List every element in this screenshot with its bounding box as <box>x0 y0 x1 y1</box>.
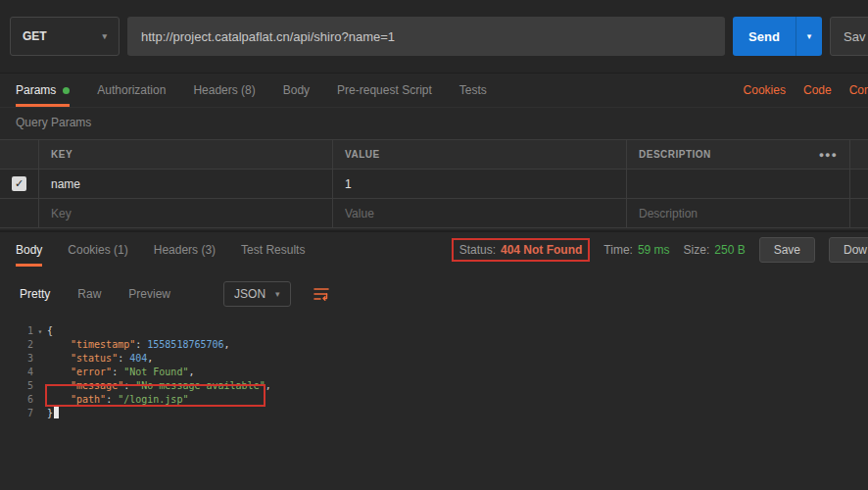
json-value: "Not Found" <box>123 367 188 377</box>
header-extra-cell <box>850 140 868 169</box>
chevron-down-icon: ▾ <box>275 289 280 299</box>
more-options-icon[interactable]: ●●● <box>819 150 838 160</box>
json-comma: , <box>224 339 230 350</box>
tab-prerequest-script[interactable]: Pre-request Script <box>337 74 432 107</box>
json-value: "No message available" <box>135 380 265 391</box>
placeholder-checkbox-cell <box>0 199 39 227</box>
param-key-cell[interactable]: name <box>39 170 333 198</box>
code-text: "path": "/login.jsp" <box>47 393 188 407</box>
code-line-7: 7 } <box>0 407 868 420</box>
code-text: } <box>47 407 59 420</box>
tab-authorization-label: Authorization <box>97 83 166 97</box>
response-meta: Status: 404 Not Found Time: 59 ms Size: … <box>452 232 868 267</box>
column-value: VALUE <box>333 140 627 169</box>
tab-prerequest-label: Pre-request Script <box>337 83 432 97</box>
new-value-input[interactable] <box>345 207 614 220</box>
view-raw[interactable]: Raw <box>77 287 101 301</box>
code-text: "error": "Not Found", <box>47 366 194 379</box>
view-pretty[interactable]: Pretty <box>20 287 50 301</box>
line-number: 3 <box>0 352 33 366</box>
download-button[interactable]: Dow <box>829 237 868 263</box>
new-key-cell <box>39 199 333 227</box>
line-number: 7 <box>0 407 33 420</box>
format-dropdown[interactable]: JSON ▾ <box>223 281 291 307</box>
fold-caret-icon[interactable]: ▾ <box>38 327 43 336</box>
json-colon: : <box>112 367 123 377</box>
save-response-button[interactable]: Save <box>759 237 815 263</box>
json-comma: , <box>188 367 194 377</box>
status-indicator: Status: 404 Not Found <box>452 238 591 262</box>
line-number: 1 <box>0 324 33 338</box>
param-description-cell[interactable] <box>627 170 850 198</box>
wrap-text-icon[interactable] <box>313 285 330 303</box>
row-checkbox[interactable]: ✓ <box>12 176 26 191</box>
param-value-cell[interactable]: 1 <box>333 170 627 198</box>
json-value: 1558518765706 <box>147 339 223 350</box>
column-description: DESCRIPTION ●●● <box>627 140 850 169</box>
line-number: 4 <box>0 366 33 379</box>
request-tabs: Params Authorization Headers (8) Body Pr… <box>0 74 868 108</box>
code-link[interactable]: Code <box>803 83 832 97</box>
code-line-6: 6 "path": "/login.jsp" <box>0 393 868 407</box>
size-indicator: Size: 250 B <box>684 243 746 257</box>
tab-headers-label: Headers (8) <box>193 83 255 97</box>
postman-window: GET ▾ Send ▾ Sav Params Authorization He… <box>0 0 868 490</box>
send-button-group: Send ▾ <box>733 17 822 56</box>
column-key: KEY <box>39 140 333 169</box>
response-body-editor[interactable]: 1 ▾ { 2 "timestamp": 1558518765706, 3 "s… <box>0 318 868 490</box>
query-params-title: Query Params <box>16 116 91 129</box>
placeholder-extra-cell <box>850 199 868 227</box>
response-tab-body[interactable]: Body <box>16 232 42 267</box>
tab-tests[interactable]: Tests <box>459 74 487 107</box>
json-key: "error" <box>71 367 112 377</box>
line-number: 2 <box>0 338 33 352</box>
open-brace: { <box>47 325 53 336</box>
json-colon: : <box>123 380 135 391</box>
json-comma: , <box>147 353 153 364</box>
time-value: 59 ms <box>638 243 670 257</box>
send-button[interactable]: Send <box>733 17 796 56</box>
response-tab-cookies[interactable]: Cookies (1) <box>68 232 127 267</box>
response-tab-test-results[interactable]: Test Results <box>241 232 305 267</box>
code-line-5: 5 "message": "No message available", <box>0 379 868 393</box>
json-colon: : <box>106 394 118 405</box>
tab-headers[interactable]: Headers (8) <box>193 74 255 107</box>
method-dropdown[interactable]: GET ▾ <box>10 17 120 56</box>
new-description-cell <box>627 199 850 227</box>
new-description-input[interactable] <box>639 207 838 220</box>
format-label: JSON <box>234 287 265 301</box>
new-key-input[interactable] <box>51 207 320 220</box>
size-label: Size: <box>684 243 710 257</box>
tab-params[interactable]: Params <box>16 74 70 107</box>
tab-params-label: Params <box>16 83 56 97</box>
header-checkbox-cell <box>0 140 39 169</box>
response-tab-headers[interactable]: Headers (3) <box>154 232 216 267</box>
view-preview[interactable]: Preview <box>128 287 170 301</box>
response-view-toolbar: Pretty Raw Preview JSON ▾ <box>0 277 868 311</box>
method-label: GET <box>23 29 47 43</box>
request-links: Cookies Code Com <box>744 74 868 107</box>
tab-body[interactable]: Body <box>283 74 310 107</box>
time-indicator: Time: 59 ms <box>603 243 669 257</box>
close-brace: } <box>47 408 53 418</box>
time-label: Time: <box>603 243 633 257</box>
save-request-button[interactable]: Sav <box>830 17 868 56</box>
code-line-2: 2 "timestamp": 1558518765706, <box>0 338 868 352</box>
json-comma: , <box>265 380 271 391</box>
code-text: { <box>47 324 53 338</box>
comments-link[interactable]: Com <box>849 83 868 97</box>
json-key: "message" <box>71 380 123 391</box>
row-checkbox-cell: ✓ <box>0 170 39 198</box>
json-value: "/login.jsp" <box>118 394 188 405</box>
url-input[interactable] <box>127 17 725 56</box>
column-description-label: DESCRIPTION <box>639 149 711 160</box>
tab-authorization[interactable]: Authorization <box>97 74 166 107</box>
new-value-cell <box>333 199 627 227</box>
json-value: 404 <box>129 353 147 364</box>
cookies-link[interactable]: Cookies <box>744 83 786 97</box>
chevron-down-icon: ▾ <box>807 31 812 41</box>
query-params-table: KEY VALUE DESCRIPTION ●●● ✓ name 1 <box>0 139 868 228</box>
json-key: "path" <box>71 394 106 405</box>
send-options-button[interactable]: ▾ <box>796 17 822 56</box>
tab-tests-label: Tests <box>459 83 487 97</box>
